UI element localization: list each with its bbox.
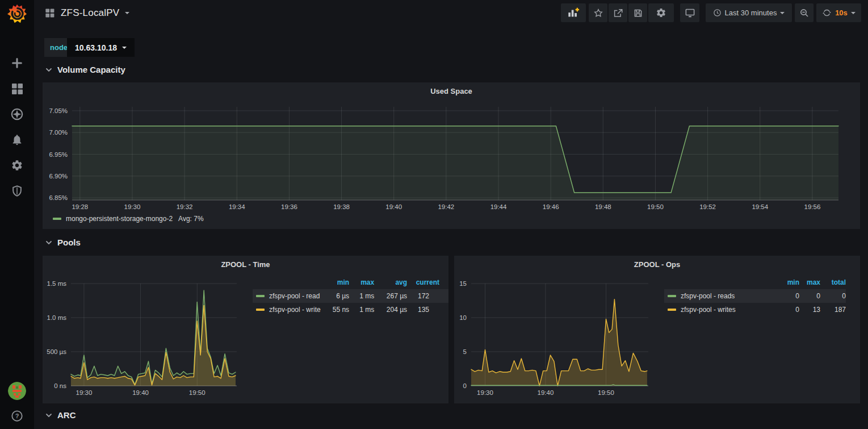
stat-max: 1 ms — [349, 289, 374, 303]
node-variable-dropdown[interactable]: 10.63.10.18 — [67, 38, 135, 57]
legend-row-write: zfspv-pool - write 55 ns 1 ms 204 µs 135 — [253, 303, 448, 316]
col-total[interactable]: total — [820, 277, 846, 289]
series-marker — [256, 295, 265, 297]
series-name[interactable]: mongo-persistent-storage-mongo-2 — [66, 215, 173, 223]
svg-text:19:44: 19:44 — [490, 203, 507, 210]
svg-text:?: ? — [15, 413, 19, 419]
chevron-down-icon — [125, 12, 129, 14]
svg-text:15: 15 — [459, 280, 467, 287]
configuration-gear-icon[interactable] — [10, 159, 24, 172]
panel-used-space: Used Space 19:2819:3019:3219:3419:3619:3… — [43, 82, 860, 229]
dashboards-icon[interactable] — [10, 82, 24, 95]
svg-text:19:34: 19:34 — [229, 203, 245, 210]
star-icon — [593, 8, 603, 18]
series-name[interactable]: zfspv-pool - writes — [681, 306, 736, 314]
clock-icon — [713, 9, 722, 17]
section-pools[interactable]: Pools — [45, 238, 81, 247]
col-max[interactable]: max — [349, 277, 374, 289]
svg-text:7.05%: 7.05% — [49, 107, 68, 114]
svg-text:19:56: 19:56 — [804, 203, 821, 210]
section-volume-capacity[interactable]: Volume Capacity — [45, 65, 125, 74]
series-marker — [256, 309, 265, 311]
svg-text:19:38: 19:38 — [333, 203, 350, 210]
svg-text:19:50: 19:50 — [647, 203, 664, 210]
chevron-down-icon — [780, 12, 785, 14]
grafana-logo-icon[interactable] — [7, 3, 27, 24]
svg-text:0 ns: 0 ns — [54, 382, 66, 389]
stat-current: 172 — [407, 289, 448, 303]
user-avatar[interactable] — [8, 382, 26, 400]
help-icon[interactable]: ? — [11, 410, 23, 422]
series-marker — [53, 218, 61, 220]
stat-total: 0 — [820, 289, 846, 303]
panel-title[interactable]: ZPOOL - Time — [43, 260, 448, 269]
used-space-graph[interactable]: 19:2819:3019:3219:3419:3619:3819:4019:42… — [43, 82, 860, 229]
series-name[interactable]: zfspv-pool - read — [269, 292, 320, 300]
svg-text:19:40: 19:40 — [132, 389, 149, 396]
settings-button[interactable] — [648, 3, 674, 22]
svg-text:19:52: 19:52 — [699, 203, 716, 210]
svg-text:19:30: 19:30 — [477, 389, 493, 396]
refresh-button[interactable]: 10s — [816, 3, 861, 22]
col-min[interactable]: min — [321, 277, 349, 289]
refresh-icon — [822, 8, 832, 18]
svg-text:19:36: 19:36 — [281, 203, 297, 210]
zoom-out-button[interactable] — [795, 3, 814, 22]
section-arc[interactable]: ARC — [45, 410, 76, 420]
stat-max: 13 — [799, 303, 820, 316]
legend-row-writes: zfspv-pool - writes 0 13 187 — [664, 303, 846, 316]
panel-zpool-ops: ZPOOL - Ops 19:3019:4019:50051015 min ma… — [454, 256, 860, 403]
chevron-down-icon — [45, 239, 52, 246]
series-marker — [668, 295, 676, 297]
svg-text:19:50: 19:50 — [189, 389, 206, 396]
time-range-picker[interactable]: Last 30 minutes — [706, 3, 792, 22]
gear-icon — [656, 7, 666, 18]
svg-text:10: 10 — [459, 314, 467, 321]
share-button[interactable] — [609, 3, 627, 22]
legend-header-row: min max total — [664, 277, 846, 289]
col-avg[interactable]: avg — [374, 277, 407, 289]
used-space-legend: mongo-persistent-storage-mongo-2 Avg: 7% — [53, 215, 204, 223]
series-avg: Avg: 7% — [178, 215, 203, 223]
alerting-bell-icon[interactable] — [10, 133, 24, 147]
main-area: ZFS-LocalPV — [34, 0, 868, 429]
create-plus-icon[interactable] — [10, 56, 24, 70]
panel-title[interactable]: Used Space — [43, 87, 860, 95]
panel-zpool-time: ZPOOL - Time 19:3019:4019:500 ns500 µs1.… — [43, 256, 448, 403]
col-current[interactable]: current — [407, 277, 448, 289]
svg-text:0: 0 — [463, 382, 467, 389]
col-max[interactable]: max — [799, 277, 820, 289]
stat-min: 0 — [755, 303, 799, 316]
chevron-down-icon — [45, 66, 52, 73]
svg-text:19:40: 19:40 — [385, 203, 402, 210]
svg-text:6.90%: 6.90% — [49, 173, 68, 180]
star-button[interactable] — [589, 3, 607, 22]
save-button[interactable] — [628, 3, 647, 22]
stat-avg: 204 µs — [374, 303, 407, 316]
chevron-down-icon — [851, 12, 856, 14]
legend-row-reads: zfspv-pool - reads 0 0 0 — [664, 289, 846, 303]
svg-text:19:48: 19:48 — [595, 203, 611, 210]
cycle-view-button[interactable] — [680, 3, 699, 22]
navbar: ZFS-LocalPV — [34, 0, 868, 26]
explore-compass-icon[interactable] — [10, 107, 24, 121]
refresh-interval-label: 10s — [835, 9, 848, 17]
col-min[interactable]: min — [755, 277, 799, 289]
stat-total: 187 — [820, 303, 846, 316]
svg-text:1.0 ms: 1.0 ms — [47, 314, 66, 321]
series-name[interactable]: zfspv-pool - write — [269, 306, 321, 314]
save-icon — [633, 8, 643, 18]
legend-row-read: zfspv-pool - read 6 µs 1 ms 267 µs 172 — [253, 289, 448, 303]
zpool-ops-legend-table: min max total zfspv-pool - reads 0 0 0 z… — [664, 277, 846, 316]
add-panel-button[interactable] — [561, 3, 586, 22]
panel-title[interactable]: ZPOOL - Ops — [454, 260, 860, 269]
zoom-out-icon — [799, 8, 810, 18]
dashboard-title-dropdown[interactable]: ZFS-LocalPV — [44, 0, 129, 26]
server-admin-shield-icon[interactable] — [10, 184, 24, 198]
svg-text:19:50: 19:50 — [598, 389, 614, 396]
section-title: ARC — [57, 410, 76, 420]
stat-min: 6 µs — [321, 289, 349, 303]
section-title: Volume Capacity — [57, 65, 125, 74]
series-name[interactable]: zfspv-pool - reads — [681, 292, 735, 300]
svg-text:19:40: 19:40 — [538, 389, 554, 396]
